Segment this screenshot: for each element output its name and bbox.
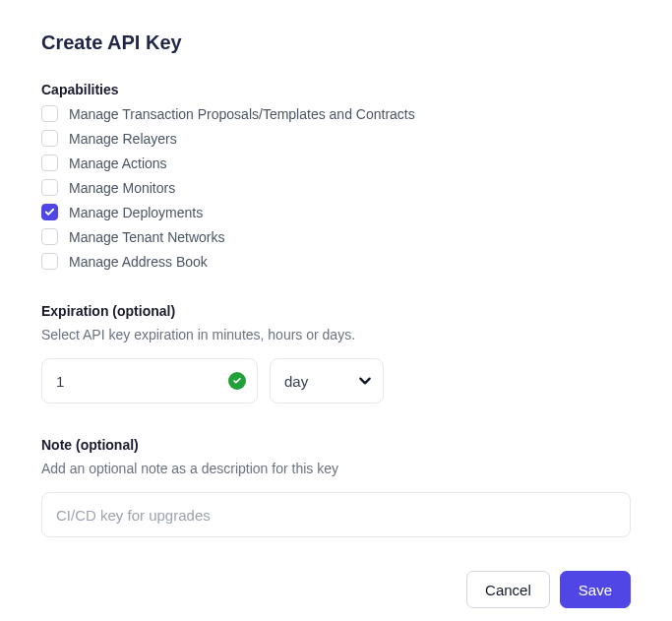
capability-label[interactable]: Manage Actions	[69, 155, 167, 171]
capability-label[interactable]: Manage Relayers	[69, 131, 177, 147]
capability-label[interactable]: Manage Monitors	[69, 180, 175, 196]
button-row: Cancel Save	[41, 571, 631, 608]
expiration-unit-wrap: day	[270, 358, 384, 404]
cancel-button[interactable]: Cancel	[466, 571, 550, 608]
save-button[interactable]: Save	[560, 571, 631, 608]
capability-checkbox[interactable]	[41, 228, 58, 245]
expiration-value-wrap	[41, 358, 258, 404]
capability-checkbox[interactable]	[41, 130, 58, 147]
expiration-row: day	[41, 358, 631, 404]
capability-checkbox[interactable]	[41, 253, 58, 270]
capabilities-list: Manage Transaction Proposals/Templates a…	[41, 105, 631, 270]
capability-label[interactable]: Manage Deployments	[69, 205, 203, 220]
capabilities-label: Capabilities	[41, 82, 631, 97]
expiration-value-input[interactable]	[41, 358, 258, 404]
capability-checkbox[interactable]	[41, 204, 58, 220]
check-icon	[44, 207, 55, 217]
capability-label[interactable]: Manage Address Book	[69, 254, 208, 270]
capability-label[interactable]: Manage Transaction Proposals/Templates a…	[69, 106, 415, 122]
capability-row: Manage Relayers	[41, 130, 631, 147]
expiration-label: Expiration (optional)	[41, 303, 631, 319]
note-helper: Add an optional note as a description fo…	[41, 461, 631, 476]
capability-row: Manage Transaction Proposals/Templates a…	[41, 105, 631, 122]
capability-row: Manage Deployments	[41, 204, 631, 220]
capability-checkbox[interactable]	[41, 155, 58, 171]
expiration-helper: Select API key expiration in minutes, ho…	[41, 327, 631, 342]
note-input[interactable]	[41, 492, 631, 537]
valid-check-icon	[228, 372, 246, 390]
capability-checkbox[interactable]	[41, 179, 58, 196]
capability-checkbox[interactable]	[41, 105, 58, 122]
capability-row: Manage Tenant Networks	[41, 228, 631, 245]
expiration-unit-select[interactable]: day	[270, 358, 384, 404]
capability-row: Manage Actions	[41, 155, 631, 171]
page-title: Create API Key	[41, 31, 631, 54]
capability-label[interactable]: Manage Tenant Networks	[69, 229, 225, 245]
capability-row: Manage Address Book	[41, 253, 631, 270]
capability-row: Manage Monitors	[41, 179, 631, 196]
note-label: Note (optional)	[41, 437, 631, 453]
